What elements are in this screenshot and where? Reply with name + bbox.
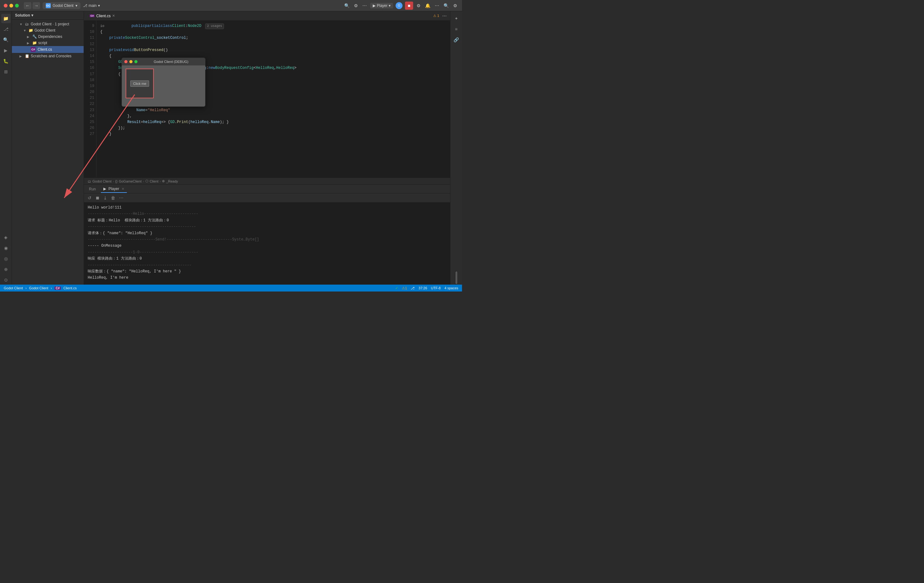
- code-line: private void ButtonPressed(): [100, 47, 446, 53]
- bc-sep1: ›: [113, 180, 114, 183]
- tree-item-dependencies[interactable]: ▶ 🔧 Dependencies: [12, 33, 84, 40]
- tree-item-godot-client-project[interactable]: ▼ 🗂 Godot Client · 1 project: [12, 21, 84, 27]
- project-label: Godot Client · 1 project: [31, 22, 69, 26]
- notifications-button[interactable]: 🔔: [424, 2, 431, 9]
- run-sidebar-btn[interactable]: ▶: [1, 46, 11, 55]
- status-sep1: ›: [25, 286, 26, 290]
- tree-item-script[interactable]: ▶ 📁 script: [12, 40, 84, 46]
- app-switcher[interactable]: GC Godot Client ▾: [43, 2, 81, 9]
- search-sidebar-btn[interactable]: 🔍: [1, 35, 11, 44]
- app-chevron-icon: ▾: [76, 3, 78, 8]
- user-avatar[interactable]: G: [398, 4, 400, 7]
- preferences-button[interactable]: ⚙: [452, 2, 458, 9]
- status-git-icon: ⎇: [411, 286, 415, 290]
- bottom-toolbar: ↺ ⏹ ⤓ 🗑 ⋯: [84, 193, 450, 203]
- tree-arrow-icon: ▶: [27, 35, 31, 38]
- bc-namespace-icon: {}: [115, 180, 117, 183]
- console-line: 请求体：{ "name": "HelloReq" }: [88, 230, 446, 236]
- more-console-btn[interactable]: ⋯: [118, 195, 125, 201]
- status-sep2: ›: [51, 286, 52, 290]
- close-traffic-light[interactable]: [4, 4, 8, 8]
- bc-class-icon: ⬡: [145, 179, 148, 183]
- debug-close-btn[interactable]: [124, 60, 127, 63]
- bottom-tabs: Run ▶ Player ✕: [84, 185, 450, 193]
- debug-window-title: Godot Client (DEBUG): [139, 60, 203, 64]
- maximize-traffic-light[interactable]: [15, 4, 19, 8]
- console-line: 响应 模块路由：1 方法路由：0: [88, 255, 446, 262]
- more-options-button[interactable]: ⋯: [434, 2, 440, 9]
- console-line: 响应数据：{ "name": "HelloReq, I'm here " }: [88, 268, 446, 275]
- explorer-sidebar-btn[interactable]: 📁: [1, 14, 11, 23]
- branch-name: main: [89, 3, 97, 8]
- tree-item-client-cs[interactable]: C# Client.cs: [12, 46, 84, 53]
- tree-content: ▼ 🗂 Godot Client · 1 project ▼ 📁 Godot C…: [12, 20, 84, 285]
- scrollbar[interactable]: [455, 271, 458, 285]
- status-right: ✓ ⚠1 ⎇ 37:26 UTF-8 4 spaces: [395, 286, 458, 290]
- scratches-label: Scratches and Consoles: [31, 54, 71, 58]
- tree-arrow-icon: ▼: [23, 29, 27, 32]
- editor-tabs: C# Client.cs ✕ ⚠ 1 ⋯: [84, 11, 450, 21]
- branch-selector[interactable]: ⎇ main ▾: [83, 3, 100, 8]
- bc-namespace[interactable]: GoGameClient: [119, 180, 142, 183]
- clear-btn[interactable]: 🗑: [110, 195, 117, 201]
- hierarchy-btn[interactable]: 🔗: [452, 35, 461, 44]
- scroll-down-btn[interactable]: ⤓: [102, 195, 108, 201]
- toolbar-icon-button[interactable]: ⚙: [353, 2, 359, 9]
- structure-btn[interactable]: ≡: [452, 25, 461, 34]
- editor-more-btn[interactable]: ⋯: [441, 13, 447, 20]
- debug-maximize-btn[interactable]: [134, 60, 137, 63]
- main-layout: 📁 ⎇ 🔍 ▶ 🐛 ⊞ ◈ ◉ ◎ ⊕ ⊙ Solution ▾ ▼ 🗂 God…: [0, 11, 462, 285]
- console-line: 请求 标题：Hello 模块路由：1 方法路由：0: [88, 217, 446, 224]
- bottom-icon-2[interactable]: ◉: [1, 243, 11, 253]
- minimize-traffic-light[interactable]: [9, 4, 13, 8]
- restart-btn[interactable]: ↺: [86, 195, 93, 201]
- forward-button[interactable]: →: [33, 2, 40, 9]
- git-sidebar-btn[interactable]: ⎇: [1, 25, 11, 34]
- expand-button[interactable]: ⋯: [361, 2, 368, 9]
- back-button[interactable]: ←: [24, 2, 31, 9]
- status-csharp-icon: C#: [54, 287, 61, 290]
- bc-project[interactable]: Godot Client: [92, 180, 112, 183]
- run-player-label: Player: [377, 3, 388, 8]
- tree-item-scratches[interactable]: ▶ 📋 Scratches and Consoles: [12, 53, 84, 59]
- global-search-button[interactable]: 🔍: [442, 2, 450, 9]
- bottom-tab-player[interactable]: ▶ Player ✕: [101, 185, 127, 193]
- debug-sidebar-btn[interactable]: 🐛: [1, 56, 11, 66]
- search-button[interactable]: 🔍: [343, 2, 350, 9]
- right-sidebar: ✦ ≡ 🔗: [450, 11, 462, 285]
- git-icon: ⎇: [83, 3, 87, 8]
- player-tab-close[interactable]: ✕: [122, 187, 124, 191]
- project-icon: 🗂: [25, 22, 30, 26]
- bottom-icon-4[interactable]: ⊕: [1, 265, 11, 274]
- settings-button[interactable]: ⚙: [416, 2, 422, 9]
- app-name: Godot Client: [53, 3, 74, 8]
- bottom-tab-run[interactable]: Run: [86, 186, 98, 193]
- code-line: {: [100, 29, 446, 35]
- bc-class[interactable]: Client: [150, 180, 158, 183]
- editor-tab-client-cs[interactable]: C# Client.cs ✕: [86, 13, 119, 20]
- scrollbar-thumb[interactable]: [455, 272, 457, 284]
- debug-minimize-btn[interactable]: [129, 60, 132, 63]
- click-me-button[interactable]: Click me: [130, 81, 149, 87]
- tree-item-godot-client-folder[interactable]: ▼ 📁 Godot Client: [12, 27, 84, 33]
- warnings-btn[interactable]: ⚠ 1: [432, 13, 440, 20]
- status-warning: ⚠1: [402, 286, 407, 290]
- content-area: C# Client.cs ✕ ⚠ 1 ⋯ 9 10 11 12 13: [84, 11, 450, 285]
- titlebar-actions: 🔍 ⚙ ⋯ ▶ Player ▾ G ■ ⚙ 🔔 ⋯ 🔍 ⚙: [343, 2, 458, 10]
- tab-close-button[interactable]: ✕: [112, 14, 115, 18]
- bottom-panel: Run ▶ Player ✕ ↺ ⏹ ⤓ 🗑 ⋯ Hello world!111…: [84, 184, 450, 285]
- tab-csharp-icon: C#: [89, 15, 95, 17]
- extensions-sidebar-btn[interactable]: ⊞: [1, 67, 11, 76]
- solution-chevron-icon: ▾: [31, 13, 33, 18]
- bottom-icon-5[interactable]: ⊙: [1, 275, 11, 285]
- console-line: ----------------------------------------…: [88, 262, 446, 268]
- stop-run-button[interactable]: ■: [405, 2, 413, 10]
- bottom-icon-1[interactable]: ◈: [1, 233, 11, 242]
- ai-btn[interactable]: ✦: [452, 14, 461, 23]
- editor-tabs-right: ⚠ 1 ⋯: [432, 13, 447, 20]
- client-cs-label: Client.cs: [38, 47, 52, 52]
- bc-method[interactable]: _Ready: [166, 180, 178, 183]
- stop-btn[interactable]: ⏹: [94, 195, 101, 201]
- tree-arrow-icon: ▶: [27, 41, 31, 45]
- bottom-icon-3[interactable]: ◎: [1, 254, 11, 264]
